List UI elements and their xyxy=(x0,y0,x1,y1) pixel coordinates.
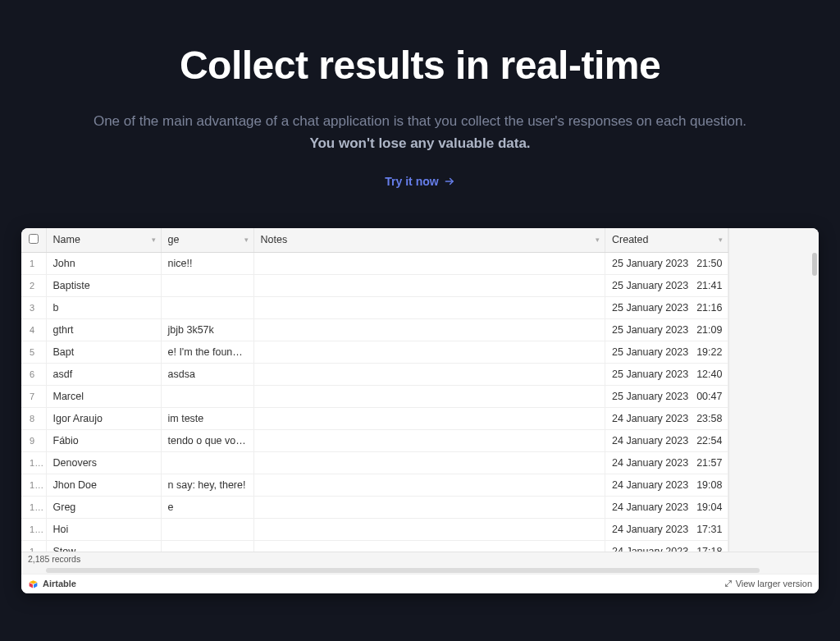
hero-subtitle-strong: You won't lose any valuable data. xyxy=(0,135,840,152)
airtable-logo-icon xyxy=(28,579,39,589)
cell-created[interactable]: 24 January 202319:04 xyxy=(605,497,728,519)
cell-created[interactable]: 24 January 202319:08 xyxy=(605,474,728,497)
cell-message[interactable] xyxy=(161,519,253,541)
cell-name[interactable]: Stew xyxy=(46,541,161,552)
cell-message[interactable] xyxy=(161,541,253,552)
cell-message[interactable]: e xyxy=(161,497,253,519)
cell-created[interactable]: 24 January 202321:57 xyxy=(605,452,728,474)
row-index: 2 xyxy=(21,275,46,297)
cell-notes[interactable] xyxy=(253,319,605,341)
cell-message[interactable]: nice!! xyxy=(161,253,253,275)
cell-name[interactable]: Jhon Doe xyxy=(46,474,161,497)
cell-created[interactable]: 25 January 202321:09 xyxy=(605,319,728,341)
cell-message[interactable] xyxy=(161,452,253,474)
cell-message[interactable]: tendo o que você t... xyxy=(161,430,253,452)
cell-name[interactable]: Baptiste xyxy=(46,275,161,297)
cell-notes[interactable] xyxy=(253,519,605,541)
cell-message[interactable]: asdsa xyxy=(161,364,253,386)
table-row[interactable]: 1Johnnice!!25 January 202321:50 xyxy=(21,253,728,275)
results-table: Name▾ ge▾ Notes▾ Created▾ 1Johnnice!!25 … xyxy=(21,228,728,552)
table-row[interactable]: 10Denovers24 January 202321:57 xyxy=(21,452,728,474)
cell-notes[interactable] xyxy=(253,253,605,275)
records-count: 2,185 records xyxy=(21,552,819,567)
cell-message[interactable]: n say: hey, there! xyxy=(161,474,253,497)
table-row[interactable]: 9Fábiotendo o que você t...24 January 20… xyxy=(21,430,728,452)
table-row[interactable]: 8Igor Araujoim teste24 January 202323:58 xyxy=(21,408,728,430)
cell-created[interactable]: 25 January 202321:16 xyxy=(605,297,728,319)
cell-name[interactable]: b xyxy=(46,297,161,319)
header-row: Name▾ ge▾ Notes▾ Created▾ xyxy=(21,228,728,253)
hero-section: Collect results in real-time One of the … xyxy=(0,0,840,189)
row-index: 5 xyxy=(21,341,46,364)
cell-message[interactable]: jbjb 3k57k xyxy=(161,319,253,341)
table-row[interactable]: 12Grege24 January 202319:04 xyxy=(21,497,728,519)
table-row[interactable]: 6asdfasdsa25 January 202312:40 xyxy=(21,364,728,386)
cell-message[interactable]: e! I'm the founder ... xyxy=(161,341,253,364)
cell-name[interactable]: Hoi xyxy=(46,519,161,541)
cell-notes[interactable] xyxy=(253,452,605,474)
table-row[interactable]: 2Baptiste25 January 202321:41 xyxy=(21,275,728,297)
cell-message[interactable]: im teste xyxy=(161,408,253,430)
cell-name[interactable]: gthrt xyxy=(46,319,161,341)
table-right-gutter xyxy=(728,228,819,552)
table-row[interactable]: 14Stew24 January 202317:18 xyxy=(21,541,728,552)
cell-notes[interactable] xyxy=(253,364,605,386)
cell-created[interactable]: 25 January 202312:40 xyxy=(605,364,728,386)
chevron-down-icon: ▾ xyxy=(719,236,723,244)
select-all-checkbox[interactable] xyxy=(29,234,39,244)
cell-notes[interactable] xyxy=(253,408,605,430)
embed-brand-bar: Airtable View larger version xyxy=(21,574,819,593)
row-index: 12 xyxy=(21,497,46,519)
cell-name[interactable]: Greg xyxy=(46,497,161,519)
cell-notes[interactable] xyxy=(253,474,605,497)
header-message[interactable]: ge▾ xyxy=(161,228,253,253)
cell-created[interactable]: 25 January 202319:22 xyxy=(605,341,728,364)
cell-notes[interactable] xyxy=(253,430,605,452)
cell-message[interactable] xyxy=(161,386,253,408)
table-row[interactable]: 3b25 January 202321:16 xyxy=(21,297,728,319)
cell-created[interactable]: 24 January 202317:31 xyxy=(605,519,728,541)
cell-name[interactable]: Bapt xyxy=(46,341,161,364)
horizontal-scrollbar-track[interactable] xyxy=(21,567,819,574)
table-row[interactable]: 7Marcel25 January 202300:47 xyxy=(21,386,728,408)
table-row[interactable]: 4gthrtjbjb 3k57k25 January 202321:09 xyxy=(21,319,728,341)
cell-name[interactable]: asdf xyxy=(46,364,161,386)
cell-created[interactable]: 24 January 202323:58 xyxy=(605,408,728,430)
cell-message[interactable] xyxy=(161,275,253,297)
horizontal-scrollbar-thumb[interactable] xyxy=(46,568,760,573)
cell-created[interactable]: 24 January 202322:54 xyxy=(605,430,728,452)
cell-notes[interactable] xyxy=(253,497,605,519)
cell-notes[interactable] xyxy=(253,386,605,408)
header-created[interactable]: Created▾ xyxy=(605,228,728,253)
table-row[interactable]: 11Jhon Doen say: hey, there!24 January 2… xyxy=(21,474,728,497)
cell-created[interactable]: 25 January 202300:47 xyxy=(605,386,728,408)
row-index: 6 xyxy=(21,364,46,386)
row-index: 1 xyxy=(21,253,46,275)
header-name[interactable]: Name▾ xyxy=(46,228,161,253)
cell-notes[interactable] xyxy=(253,297,605,319)
cell-notes[interactable] xyxy=(253,341,605,364)
row-index: 9 xyxy=(21,430,46,452)
row-index: 10 xyxy=(21,452,46,474)
airtable-embed: Name▾ ge▾ Notes▾ Created▾ 1Johnnice!!25 … xyxy=(21,228,819,593)
cell-created[interactable]: 24 January 202317:18 xyxy=(605,541,728,552)
cell-message[interactable] xyxy=(161,297,253,319)
hero-subtitle: One of the main advantage of a chat appl… xyxy=(0,111,840,132)
cell-created[interactable]: 25 January 202321:41 xyxy=(605,275,728,297)
header-notes[interactable]: Notes▾ xyxy=(253,228,605,253)
row-index: 7 xyxy=(21,386,46,408)
cell-notes[interactable] xyxy=(253,275,605,297)
header-checkbox[interactable] xyxy=(21,228,46,253)
cell-name[interactable]: Marcel xyxy=(46,386,161,408)
cell-name[interactable]: Igor Araujo xyxy=(46,408,161,430)
view-larger-link[interactable]: View larger version xyxy=(724,579,812,588)
cell-name[interactable]: John xyxy=(46,253,161,275)
cell-created[interactable]: 25 January 202321:50 xyxy=(605,253,728,275)
cell-name[interactable]: Denovers xyxy=(46,452,161,474)
cell-name[interactable]: Fábio xyxy=(46,430,161,452)
table-row[interactable]: 5Bapte! I'm the founder ...25 January 20… xyxy=(21,341,728,364)
vertical-scrollbar[interactable] xyxy=(812,253,817,276)
try-it-now-link[interactable]: Try it now xyxy=(385,175,454,188)
table-row[interactable]: 13Hoi24 January 202317:31 xyxy=(21,519,728,541)
cell-notes[interactable] xyxy=(253,541,605,552)
